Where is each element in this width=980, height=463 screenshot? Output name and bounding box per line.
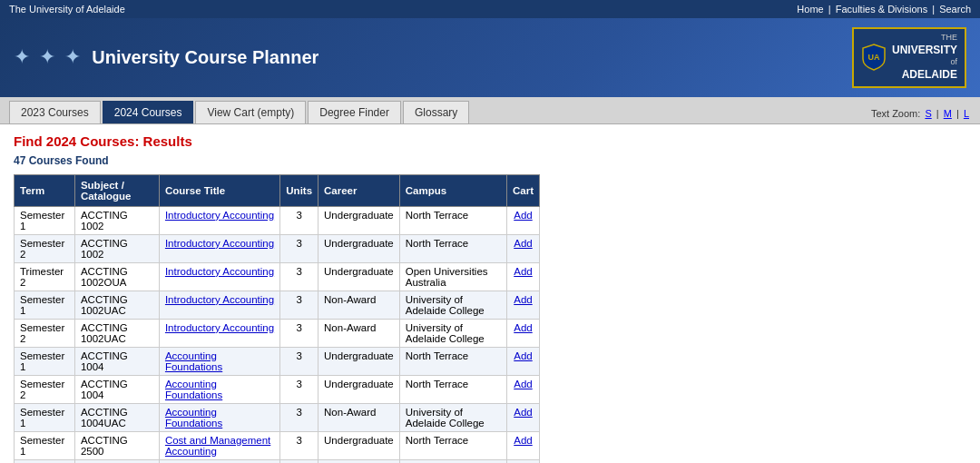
- cell-8-1: ACCTING 2500: [74, 431, 159, 459]
- text-zoom: Text Zoom: S | M | L: [871, 108, 971, 123]
- courses-table: Term Subject /Catalogue Course Title Uni…: [14, 174, 540, 463]
- top-links: Home | Faculties & Divisions | Search: [797, 4, 971, 15]
- add-link-5[interactable]: Add: [514, 350, 532, 361]
- cell-7-6: Add: [506, 403, 539, 431]
- course-title-link-2[interactable]: Introductory Accounting: [165, 266, 274, 277]
- cell-2-1: ACCTING 1002OUA: [74, 262, 159, 291]
- cell-4-6: Add: [506, 319, 539, 347]
- col-career: Career: [318, 174, 400, 206]
- cell-6-4: Undergraduate: [318, 375, 400, 403]
- cell-4-3: 3: [280, 319, 318, 347]
- cell-7-0: Semester 1: [15, 403, 75, 431]
- table-row: Semester 2ACCTING 1004Accounting Foundat…: [15, 375, 540, 403]
- cell-1-0: Semester 2: [15, 234, 75, 262]
- col-subject: Subject /Catalogue: [74, 174, 159, 206]
- add-link-6[interactable]: Add: [514, 379, 532, 389]
- course-title-link-4[interactable]: Introductory Accounting: [165, 322, 274, 333]
- add-link-7[interactable]: Add: [514, 407, 532, 418]
- cell-8-3: 3: [280, 431, 318, 459]
- add-link-4[interactable]: Add: [514, 322, 532, 333]
- uni-logo: UA THE UNIVERSITY of ADELAIDE: [852, 27, 966, 88]
- svg-text:UA: UA: [867, 53, 879, 62]
- cell-3-2: Introductory Accounting: [159, 291, 279, 319]
- cell-9-3: 3: [280, 459, 318, 463]
- cell-1-4: Undergraduate: [318, 234, 400, 262]
- course-title-link-7[interactable]: Accounting Foundations: [165, 407, 222, 429]
- zoom-medium[interactable]: M: [944, 108, 952, 119]
- cell-2-6: Add: [506, 262, 539, 291]
- add-link-1[interactable]: Add: [514, 238, 532, 249]
- nav-bar: 2023 Courses 2024 Courses View Cart (emp…: [0, 97, 980, 124]
- table-row: Semester 1ACCTING 1004Accounting Foundat…: [15, 347, 540, 375]
- course-title-link-5[interactable]: Accounting Foundations: [165, 350, 222, 372]
- table-row: Trimester 2ACCTING 1002OUAIntroductory A…: [15, 262, 540, 291]
- tab-degree-finder[interactable]: Degree Finder: [308, 101, 401, 123]
- cell-9-6: Add: [506, 459, 539, 463]
- table-row: Semester 1ACCTING 1002UACIntroductory Ac…: [15, 291, 540, 319]
- cell-4-2: Introductory Accounting: [159, 319, 279, 347]
- tab-2024-courses[interactable]: 2024 Courses: [103, 101, 194, 123]
- page-heading: Find 2024 Courses: Results: [14, 133, 966, 149]
- table-row: Semester 1ACCTING 1002Introductory Accou…: [15, 206, 540, 234]
- zoom-small[interactable]: S: [925, 108, 931, 119]
- cell-5-1: ACCTING 1004: [74, 347, 159, 375]
- cell-0-1: ACCTING 1002: [74, 206, 159, 234]
- home-link[interactable]: Home: [797, 4, 823, 15]
- cell-2-3: 3: [280, 262, 318, 291]
- cell-2-2: Introductory Accounting: [159, 262, 279, 291]
- logo-area: ✦ ✦ ✦ University Course Planner: [14, 45, 318, 69]
- nav-tabs: 2023 Courses 2024 Courses View Cart (emp…: [9, 101, 469, 123]
- cell-4-4: Non-Award: [318, 319, 400, 347]
- cell-0-2: Introductory Accounting: [159, 206, 279, 234]
- courses-tbody: Semester 1ACCTING 1002Introductory Accou…: [15, 206, 540, 463]
- cell-0-4: Undergraduate: [318, 206, 400, 234]
- cell-6-0: Semester 2: [15, 375, 75, 403]
- tab-glossary[interactable]: Glossary: [403, 101, 469, 123]
- course-title-link-3[interactable]: Introductory Accounting: [165, 294, 274, 305]
- cell-5-5: North Terrace: [399, 347, 506, 375]
- cell-5-4: Undergraduate: [318, 347, 400, 375]
- cell-1-3: 3: [280, 234, 318, 262]
- cell-9-4: Undergraduate: [318, 459, 400, 463]
- col-term: Term: [15, 174, 75, 206]
- faculties-link[interactable]: Faculties & Divisions: [836, 4, 927, 15]
- zoom-large[interactable]: L: [964, 108, 969, 119]
- cell-2-5: Open Universities Australia: [399, 262, 506, 291]
- tab-2023-courses[interactable]: 2023 Courses: [9, 101, 101, 123]
- cell-9-5: North Terrace: [399, 459, 506, 463]
- cell-4-0: Semester 2: [15, 319, 75, 347]
- cell-7-3: 3: [280, 403, 318, 431]
- cell-8-2: Cost and Management Accounting: [159, 431, 279, 459]
- cell-0-6: Add: [506, 206, 539, 234]
- search-link[interactable]: Search: [939, 4, 971, 15]
- course-title-link-6[interactable]: Accounting Foundations: [165, 379, 222, 400]
- uni-name-text: THE UNIVERSITY of ADELAIDE: [892, 33, 957, 83]
- course-title-link-8[interactable]: Cost and Management Accounting: [165, 435, 270, 457]
- cell-5-3: 3: [280, 347, 318, 375]
- cell-6-5: North Terrace: [399, 375, 506, 403]
- cell-8-6: Add: [506, 431, 539, 459]
- main-content: Find 2024 Courses: Results 47 Courses Fo…: [0, 124, 980, 463]
- tab-view-cart[interactable]: View Cart (empty): [195, 101, 306, 123]
- cell-6-3: 3: [280, 375, 318, 403]
- add-link-8[interactable]: Add: [514, 435, 532, 446]
- add-link-2[interactable]: Add: [514, 266, 532, 277]
- add-link-3[interactable]: Add: [514, 294, 532, 305]
- cell-5-2: Accounting Foundations: [159, 347, 279, 375]
- course-title-link-1[interactable]: Introductory Accounting: [165, 238, 274, 249]
- cell-8-0: Semester 1: [15, 431, 75, 459]
- cell-8-5: North Terrace: [399, 431, 506, 459]
- header: ✦ ✦ ✦ University Course Planner UA THE U…: [0, 18, 980, 97]
- table-row: Semester 2ACCTING 1002Introductory Accou…: [15, 234, 540, 262]
- col-units: Units: [280, 174, 318, 206]
- cell-6-6: Add: [506, 375, 539, 403]
- cell-9-2: Cost and Management Accounting: [159, 459, 279, 463]
- add-link-0[interactable]: Add: [514, 210, 532, 221]
- cell-1-6: Add: [506, 234, 539, 262]
- cell-0-3: 3: [280, 206, 318, 234]
- cell-2-0: Trimester 2: [15, 262, 75, 291]
- cell-7-2: Accounting Foundations: [159, 403, 279, 431]
- course-title-link-0[interactable]: Introductory Accounting: [165, 210, 274, 221]
- cell-7-5: University of Adelaide College: [399, 403, 506, 431]
- cell-9-1: ACCTING 2500: [74, 459, 159, 463]
